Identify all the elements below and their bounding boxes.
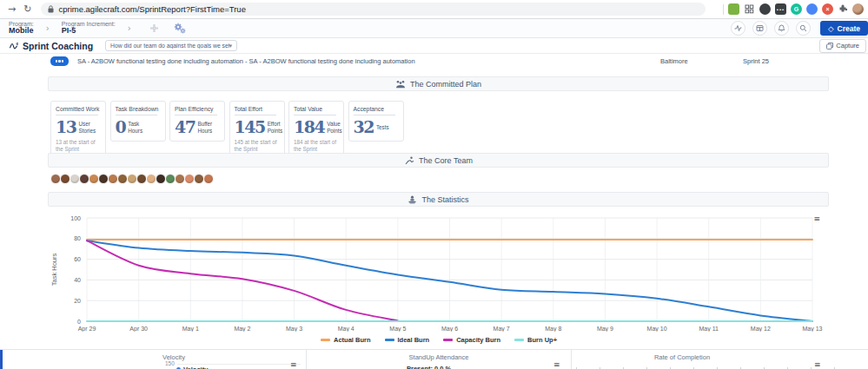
svg-text:May 6: May 6 [441, 326, 458, 332]
legend-swatch [321, 339, 330, 341]
legend-item[interactable]: Burn Up+ [514, 336, 557, 344]
legend-label: Ideal Burn [398, 336, 430, 344]
card-value: 0 [116, 119, 126, 135]
capture-button[interactable]: Capture [819, 39, 866, 53]
divider [116, 115, 158, 115]
card-note: 13 at the start of the Sprint [56, 139, 103, 153]
velocity-gridline [177, 364, 301, 365]
legend-swatch [443, 339, 453, 341]
card-note: 184 at the start of the Sprint [294, 139, 341, 153]
team-member-avatar[interactable] [203, 174, 214, 184]
card-unit: Value Points [327, 121, 342, 134]
card-value: 47 [175, 119, 195, 135]
extension-icon-dark[interactable] [759, 3, 771, 15]
statistics-icon [407, 195, 417, 204]
page-header: Sprint Coaching How did our team do agai… [0, 38, 868, 54]
svg-text:May 9: May 9 [597, 326, 613, 332]
svg-text:40: 40 [74, 277, 81, 283]
svg-text:May 2: May 2 [234, 326, 250, 332]
app-toolbar: Program: Mobile › Program Increment: PI-… [0, 19, 868, 38]
metric-card: Committed Work 13 User Stories13 at the … [50, 101, 106, 159]
search-button[interactable] [796, 21, 811, 36]
notifications-bell-button[interactable] [774, 21, 789, 36]
extension-icon-blue[interactable] [806, 3, 818, 15]
legend-item[interactable]: Actual Burn [321, 336, 371, 344]
extension-icon-dots[interactable]: ••• [775, 3, 786, 15]
bottom-charts-row: Velocity 150 Velocity ≡ StandUp Attendan… [0, 349, 868, 369]
capture-icon [826, 43, 833, 49]
section-header-statistics[interactable]: The Statistics [48, 192, 829, 207]
divider [306, 350, 307, 369]
coaching-question-dropdown[interactable]: How did our team do against the goals we… [105, 40, 237, 51]
address-bar[interactable]: cprime.agilecraft.com/SprintReport?First… [41, 3, 706, 16]
extension-icon-green[interactable] [728, 3, 739, 15]
standup-panel-title: StandUp Attendance [409, 353, 469, 361]
metric-card: Total Value 184 Value Points184 at the s… [288, 101, 344, 159]
gears-settings-icon[interactable] [172, 23, 187, 35]
program-value: Mobile [9, 27, 34, 36]
card-title: Plan Efficiency [175, 106, 220, 112]
chevron-right-icon: › [46, 23, 50, 33]
safe-logo-badge [50, 56, 69, 66]
team-name: Baltimore [660, 57, 688, 65]
reload-icon[interactable]: ↻ [23, 4, 31, 14]
chevron-down-icon: ▾ [229, 43, 233, 49]
coaching-question-text: How did our team do against the goals we… [110, 43, 229, 49]
sprint-info-row: SA - A2BOW functional testing done inclu… [50, 56, 830, 68]
card-unit: Tests [376, 124, 399, 131]
legend-swatch [385, 339, 394, 341]
browser-toolbar: → ↻ cprime.agilecraft.com/SprintReport?F… [0, 0, 868, 19]
create-button[interactable]: ◇ Create [820, 21, 868, 36]
section-title: The Statistics [421, 195, 468, 204]
program-increment-selector[interactable]: Program Increment: PI-5 [62, 21, 116, 36]
svg-text:60: 60 [74, 256, 81, 262]
card-title: Committed Work [56, 106, 101, 112]
svg-text:May 10: May 10 [647, 326, 667, 332]
rate-menu-icon[interactable]: ≡ [814, 361, 821, 369]
metric-card: Acceptance 32 Tests [348, 101, 404, 142]
program-increment-value: PI-5 [62, 27, 116, 36]
burn-chart-legend: Actual BurnIdeal BurnCapacity BurnBurn U… [48, 336, 830, 344]
standup-present-stat: Present: 0.0 % [407, 365, 451, 369]
divider [175, 115, 217, 115]
grid-extension-icon[interactable] [744, 3, 755, 15]
legend-label: Capacity Burn [456, 336, 500, 344]
activity-pulse-button[interactable] [731, 21, 745, 36]
card-value: 32 [354, 119, 374, 135]
browser-extensions: ••• G × [723, 3, 868, 15]
extension-icon-red[interactable]: × [822, 3, 833, 15]
svg-text:May 11: May 11 [699, 326, 719, 332]
legend-label: Burn Up+ [527, 336, 557, 344]
legend-item[interactable]: Capacity Burn [443, 336, 500, 344]
section-header-committed-plan[interactable]: The Committed Plan [48, 76, 829, 91]
crosshair-plus-icon[interactable] [149, 23, 160, 34]
chart-context-menu-icon[interactable]: ≡ [813, 215, 820, 223]
standup-menu-icon[interactable]: ≡ [553, 361, 560, 369]
left-rail-strip [0, 350, 3, 369]
legend-label: Actual Burn [334, 336, 371, 344]
card-unit: User Stories [78, 121, 101, 134]
browser-profile-avatar[interactable] [852, 3, 864, 15]
capture-button-label: Capture [836, 42, 859, 49]
puzzle-extensions-icon[interactable] [838, 4, 848, 15]
chevron-right-icon: › [128, 23, 131, 33]
section-header-core-team[interactable]: The Core Team [48, 153, 829, 168]
legend-item[interactable]: Ideal Burn [385, 336, 430, 344]
forward-icon[interactable]: → [8, 4, 16, 14]
card-note: 145 at the start of the Sprint [235, 139, 282, 153]
divider [354, 115, 396, 115]
program-selector[interactable]: Program: Mobile [9, 21, 34, 36]
diamond-icon: ◇ [828, 24, 834, 33]
create-button-label: Create [838, 24, 860, 33]
velocity-legend: Velocity [176, 366, 208, 369]
card-title: Total Value [294, 106, 339, 112]
metric-cards: Committed Work 13 User Stories13 at the … [50, 101, 404, 159]
grammarly-icon[interactable]: G [791, 3, 802, 15]
svg-text:May 1: May 1 [182, 326, 199, 332]
velocity-menu-icon[interactable]: ≡ [290, 361, 297, 369]
divider [723, 4, 724, 15]
archive-box-button[interactable] [752, 21, 767, 36]
card-title: Task Breakdown [116, 106, 161, 112]
lock-icon [48, 5, 54, 13]
section-title: The Committed Plan [410, 80, 481, 89]
